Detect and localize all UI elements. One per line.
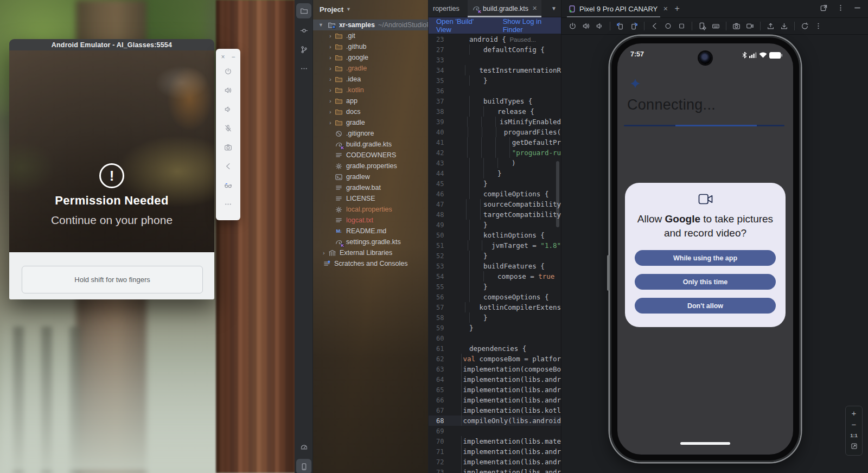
code-line[interactable]: 61dependencies { <box>429 343 561 354</box>
tree-item[interactable]: ›gradle <box>313 117 428 128</box>
chevron-right-icon[interactable]: › <box>323 247 328 258</box>
tree-item[interactable]: gradlew <box>313 171 428 182</box>
code-line[interactable]: 38release { <box>429 106 561 117</box>
more-options-icon[interactable] <box>837 4 845 14</box>
code-line[interactable]: 57kotlinCompilerExtens <box>429 302 561 312</box>
zoom-in-button[interactable]: + <box>852 410 857 417</box>
volume-down-button[interactable] <box>594 21 605 32</box>
activity-profiler-button[interactable] <box>296 438 311 453</box>
project-panel-header[interactable]: Project ▼ <box>320 3 351 16</box>
only-this-time-button[interactable]: Only this time <box>635 274 776 290</box>
zoom-out-button[interactable]: − <box>852 421 857 429</box>
code-line[interactable]: 44} <box>429 168 561 178</box>
tree-item[interactable]: ›docs <box>313 106 428 117</box>
code-line[interactable]: 52} <box>429 251 561 261</box>
tree-item[interactable]: gradlew.bat <box>313 182 428 193</box>
code-line[interactable]: 59} <box>429 323 561 333</box>
upload-button[interactable] <box>765 21 776 32</box>
code-line[interactable]: 37buildTypes { <box>429 96 561 106</box>
code-line[interactable]: 65implementation(libs.andr <box>429 385 561 395</box>
close-icon[interactable]: ✕ <box>663 5 668 12</box>
chevron-right-icon[interactable]: › <box>329 41 335 52</box>
chevron-right-icon[interactable]: › <box>329 63 335 74</box>
code-line[interactable]: 56composeOptions { <box>429 292 561 302</box>
add-device-tab-button[interactable]: + <box>674 4 679 14</box>
activity-branch-button[interactable] <box>296 42 311 57</box>
mic-off-button[interactable] <box>219 119 238 138</box>
fit-to-window-icon[interactable] <box>851 442 858 452</box>
code-line[interactable]: 68compileOnly(libs.android <box>429 416 561 426</box>
code-line[interactable]: 27defaultConfig { <box>429 44 561 55</box>
code-line[interactable]: 70implementation(libs.mate <box>429 436 561 446</box>
code-line[interactable]: 50kotlinOptions { <box>429 230 561 240</box>
tree-item[interactable]: logcat.txt <box>313 215 428 226</box>
tree-item[interactable]: Kbuild.gradle.kts <box>313 139 428 150</box>
tree-item[interactable]: ›.github <box>313 41 428 52</box>
rotate-right-button[interactable] <box>628 21 640 32</box>
tree-item[interactable]: gradle.properties <box>313 161 428 171</box>
gesture-navigation-pill[interactable] <box>680 442 730 445</box>
code-line[interactable]: 23android {Paused... <box>429 34 561 44</box>
open-in-new-window-icon[interactable] <box>820 4 828 14</box>
code-line[interactable]: 73implementation(libs.andr <box>429 467 561 473</box>
power-button[interactable] <box>219 62 238 81</box>
volume-up-button[interactable] <box>219 81 238 100</box>
camera-button[interactable] <box>219 138 238 157</box>
home-button[interactable] <box>662 21 674 32</box>
tree-item[interactable]: ›.git <box>313 30 428 41</box>
code-line[interactable]: 41getDefaultPr <box>429 137 561 148</box>
chevron-right-icon[interactable]: › <box>329 52 335 63</box>
activity-commit-button[interactable] <box>296 23 311 38</box>
code-line[interactable]: 36 <box>429 86 561 96</box>
tree-item[interactable]: ›.google <box>313 52 428 63</box>
code-line[interactable]: 71implementation(libs.andr <box>429 446 561 457</box>
code-line[interactable]: 58} <box>429 312 561 323</box>
chevron-right-icon[interactable]: › <box>329 85 335 95</box>
emulator-screen[interactable]: ! Permission Needed Continue on your pho… <box>9 50 214 252</box>
glasses-button[interactable] <box>219 176 238 195</box>
activity-project-folder-button[interactable] <box>296 3 311 18</box>
editor-scrollbar[interactable] <box>556 161 559 227</box>
tree-item[interactable]: ›.kotlin <box>313 85 428 95</box>
code-line[interactable]: 40proguardFiles( <box>429 127 561 137</box>
chevron-right-icon[interactable]: › <box>329 117 335 128</box>
volume-down-button[interactable] <box>219 100 238 119</box>
tree-item[interactable]: ›app <box>313 95 428 106</box>
code-line[interactable]: 33 <box>429 55 561 65</box>
activity-more-h-button[interactable] <box>296 61 311 76</box>
code-line[interactable]: 66implementation(libs.andr <box>429 395 561 405</box>
download-button[interactable] <box>778 21 790 32</box>
open-build-view-link[interactable]: Open 'Build' View <box>436 17 489 34</box>
code-line[interactable]: 34testInstrumentationR <box>429 65 561 75</box>
close-icon[interactable]: × <box>221 53 225 61</box>
device-tab-pixel-9-pro[interactable]: Pixel 9 Pro API CANARY ✕ <box>568 0 668 17</box>
chevron-right-icon[interactable]: › <box>329 95 335 106</box>
chevron-down-icon[interactable]: ▼ <box>318 22 323 28</box>
code-line[interactable]: 49} <box>429 220 561 230</box>
code-line[interactable]: 60 <box>429 333 561 343</box>
chevron-right-icon[interactable]: › <box>329 106 335 117</box>
code-line[interactable]: 47sourceCompatibility <box>429 199 561 209</box>
code-line[interactable]: 54compose = true <box>429 271 561 282</box>
code-line[interactable]: 62val composeBom = platfor <box>429 354 561 364</box>
code-line[interactable]: 51jvmTarget = "1.8" <box>429 240 561 251</box>
tree-item[interactable]: Scratches and Consoles <box>313 258 428 269</box>
minimize-icon[interactable]: − <box>232 53 235 61</box>
back-button[interactable] <box>219 157 238 176</box>
device-screen[interactable]: 7:57 Connecting... Allow Google to take … <box>617 43 793 455</box>
project-root-row[interactable]: ▼ xr-samples ~/AndroidStudioProj <box>313 20 428 30</box>
code-line[interactable]: 46compileOptions { <box>429 189 561 199</box>
back-button[interactable] <box>649 21 660 32</box>
tree-item[interactable]: ›External Libraries <box>313 247 428 258</box>
tree-item[interactable]: CODEOWNERS <box>313 150 428 161</box>
tree-item[interactable]: ›.gradle <box>313 63 428 74</box>
video-button[interactable] <box>744 21 756 32</box>
more-h-button[interactable] <box>219 195 238 214</box>
tree-item[interactable]: .gitignore <box>313 128 428 139</box>
hide-panel-icon[interactable] <box>853 4 861 14</box>
zoom-ratio-button[interactable]: 1:1 <box>850 432 858 438</box>
code-line[interactable]: 48targetCompatibility <box>429 209 561 220</box>
tree-item[interactable]: ›.idea <box>313 74 428 85</box>
code-line[interactable]: 64implementation(libs.andr <box>429 374 561 385</box>
code-line[interactable]: 67implementation(libs.kotl <box>429 405 561 416</box>
